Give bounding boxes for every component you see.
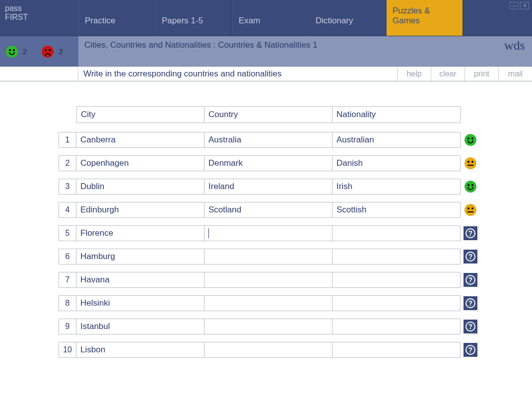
city-cell: Edinburgh <box>76 202 204 218</box>
tab-puzzles-games[interactable]: Puzzles & Games <box>386 0 463 36</box>
country-cell[interactable]: Denmark <box>204 155 332 171</box>
nationality-cell[interactable] <box>332 295 461 311</box>
partial-icon <box>465 157 476 169</box>
tab-practice[interactable]: Practice <box>78 0 155 36</box>
header-city: City <box>76 106 204 123</box>
status-cell <box>463 132 478 148</box>
instruction-text: Write in the corresponding countries and… <box>78 66 397 81</box>
nationality-cell[interactable]: Scottish <box>332 202 461 218</box>
unknown-icon[interactable]: ? <box>464 320 477 333</box>
city-cell: Dublin <box>76 179 204 195</box>
status-cell: ? <box>463 249 478 265</box>
city-cell: Florence <box>76 225 204 241</box>
status-cell: ? <box>463 295 478 311</box>
table-row: 1CanberraAustraliaAustralian <box>59 132 532 148</box>
close-icon[interactable]: ✕ <box>520 2 529 9</box>
table-row: 9Istanbul? <box>59 319 532 334</box>
toolbar-buttons: help clear print mail <box>397 66 532 81</box>
nationality-cell[interactable] <box>332 249 461 265</box>
status-cell: ? <box>463 225 478 241</box>
score-wrong: 2 <box>59 47 63 56</box>
mail-button[interactable]: mail <box>498 66 532 81</box>
brand-line2: FIRST <box>5 13 73 22</box>
score-box: 2 2 <box>0 36 78 66</box>
row-number: 8 <box>59 295 76 311</box>
tab-dictionary[interactable]: Dictionary <box>309 0 386 36</box>
nationality-cell[interactable]: Australian <box>332 132 461 148</box>
nationality-cell[interactable] <box>332 225 461 241</box>
happy-face-icon <box>6 46 18 58</box>
correct-icon <box>465 181 476 193</box>
status-cell: ? <box>463 319 478 334</box>
breadcrumb: Cities, Countries and Nationalities : Co… <box>78 36 532 66</box>
status-cell <box>463 179 478 195</box>
nationality-cell[interactable] <box>332 319 461 334</box>
nationality-cell[interactable] <box>332 272 461 288</box>
tab-exam[interactable]: Exam <box>232 0 309 36</box>
country-cell[interactable] <box>204 272 332 288</box>
top-nav: pass FIRST Practice Papers 1-5 Exam Dict… <box>0 0 532 36</box>
instruction-row: Write in the corresponding countries and… <box>0 66 532 81</box>
city-cell: Canberra <box>76 132 204 148</box>
table-body: 1CanberraAustraliaAustralian2CopenhagenD… <box>59 132 532 358</box>
table-row: 5Florence? <box>59 225 532 241</box>
country-cell[interactable]: Australia <box>204 132 332 148</box>
status-cell: ? <box>463 342 478 358</box>
country-cell[interactable] <box>204 319 332 334</box>
country-cell[interactable]: Scotland <box>204 202 332 218</box>
table-row: 7Havana? <box>59 272 532 288</box>
status-cell <box>463 155 478 171</box>
help-button[interactable]: help <box>397 66 431 81</box>
nationality-cell[interactable]: Irish <box>332 179 461 195</box>
row-number: 4 <box>59 202 76 218</box>
instruction-spacer <box>0 66 78 81</box>
row-number: 6 <box>59 249 76 265</box>
header-nationality: Nationality <box>332 106 461 123</box>
score-correct: 2 <box>23 47 27 56</box>
city-cell: Copenhagen <box>76 155 204 171</box>
window-controls: — ✕ <box>510 2 529 9</box>
header-country: Country <box>204 106 332 123</box>
wds-logo: wds <box>504 38 525 53</box>
partial-icon <box>465 204 476 216</box>
correct-icon <box>465 134 476 146</box>
table-row: 3DublinIrelandIrish <box>59 179 532 195</box>
city-cell: Havana <box>76 272 204 288</box>
clear-button[interactable]: clear <box>431 66 465 81</box>
country-cell[interactable] <box>204 295 332 311</box>
table-row: 10Lisbon? <box>59 342 532 358</box>
table-row: 4EdinburghScotlandScottish <box>59 202 532 218</box>
print-button[interactable]: print <box>465 66 498 81</box>
sub-header: 2 2 Cities, Countries and Nationalities … <box>0 36 532 66</box>
country-cell[interactable] <box>204 225 332 241</box>
table-row: 8Helsinki? <box>59 295 532 311</box>
city-cell: Hamburg <box>76 249 204 265</box>
table-row: 2CopenhagenDenmarkDanish <box>59 155 532 171</box>
country-cell[interactable] <box>204 342 332 358</box>
row-number: 9 <box>59 319 76 334</box>
row-number: 3 <box>59 179 76 195</box>
table-header: City Country Nationality <box>76 106 532 123</box>
tab-papers[interactable]: Papers 1-5 <box>155 0 232 36</box>
sad-face-icon <box>42 46 54 58</box>
table-row: 6Hamburg? <box>59 249 532 265</box>
country-cell[interactable] <box>204 249 332 265</box>
breadcrumb-text: Cities, Countries and Nationalities : Co… <box>84 40 318 63</box>
status-cell <box>463 202 478 218</box>
city-cell: Lisbon <box>76 342 204 358</box>
row-number: 7 <box>59 272 76 288</box>
city-cell: Helsinki <box>76 295 204 311</box>
unknown-icon[interactable]: ? <box>464 343 477 357</box>
brand-line1: pass <box>5 4 73 13</box>
row-number: 2 <box>59 155 76 171</box>
country-cell[interactable]: Ireland <box>204 179 332 195</box>
unknown-icon[interactable]: ? <box>464 296 477 310</box>
unknown-icon[interactable]: ? <box>464 250 477 264</box>
unknown-icon[interactable]: ? <box>464 273 477 287</box>
nationality-cell[interactable]: Danish <box>332 155 461 171</box>
minimize-icon[interactable]: — <box>510 2 519 9</box>
unknown-icon[interactable]: ? <box>464 226 477 240</box>
row-number: 5 <box>59 225 76 241</box>
row-number: 10 <box>59 342 76 358</box>
nationality-cell[interactable] <box>332 342 461 358</box>
